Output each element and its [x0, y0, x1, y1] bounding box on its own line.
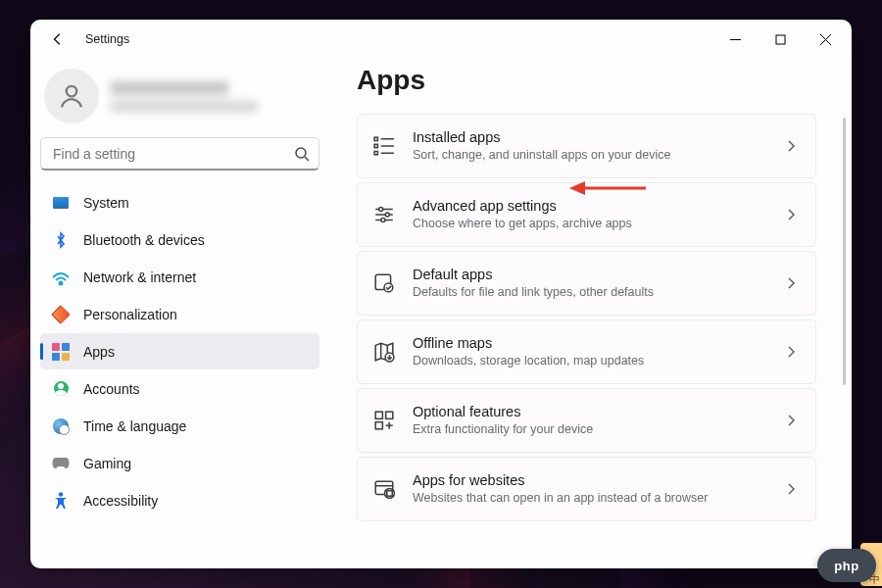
sidebar-item-label: Accounts	[83, 381, 140, 397]
svg-rect-1	[776, 35, 785, 44]
sidebar-item-bluetooth[interactable]: Bluetooth & devices	[40, 221, 319, 258]
sidebar: System Bluetooth & devices Network & int…	[30, 59, 329, 568]
back-button[interactable]	[44, 25, 72, 53]
svg-point-5	[296, 148, 306, 158]
card-optional-features[interactable]: Optional features Extra functionality fo…	[357, 388, 816, 453]
search-icon	[294, 146, 310, 162]
bluetooth-icon	[52, 231, 70, 249]
sidebar-item-gaming[interactable]: Gaming	[40, 445, 319, 481]
svg-rect-10	[374, 144, 377, 147]
window-title: Settings	[85, 32, 129, 46]
scrollbar[interactable]	[843, 118, 846, 549]
card-subtitle: Defaults for file and link types, other …	[413, 284, 766, 301]
sidebar-item-label: Apps	[83, 344, 115, 360]
globe-clock-icon	[52, 417, 70, 435]
sidebar-item-label: Personalization	[83, 307, 177, 322]
card-title: Offline maps	[413, 334, 766, 354]
window-controls	[712, 24, 848, 55]
default-apps-icon	[373, 272, 395, 294]
card-subtitle: Extra functionality for your device	[413, 421, 766, 438]
person-icon	[57, 81, 86, 111]
settings-window: Settings	[30, 20, 852, 568]
card-title: Advanced app settings	[413, 197, 766, 217]
grid-plus-icon	[373, 410, 395, 431]
card-title: Apps for websites	[413, 471, 766, 491]
apps-icon	[52, 343, 70, 361]
profile-text-redacted	[111, 81, 258, 112]
sidebar-item-system[interactable]: System	[40, 184, 319, 220]
svg-line-6	[305, 157, 309, 161]
svg-point-19	[385, 213, 389, 217]
chevron-right-icon	[784, 139, 798, 153]
sidebar-item-time[interactable]: Time & language	[40, 408, 319, 444]
svg-rect-9	[374, 137, 377, 140]
avatar	[44, 69, 99, 123]
titlebar: Settings	[30, 20, 852, 59]
svg-rect-25	[386, 412, 393, 418]
page-title: Apps	[357, 65, 824, 96]
sliders-icon	[373, 204, 395, 225]
card-advanced-app-settings[interactable]: Advanced app settings Choose where to ge…	[357, 182, 816, 247]
card-title: Installed apps	[413, 128, 766, 148]
sidebar-item-label: Network & internet	[83, 270, 196, 285]
sidebar-item-personalization[interactable]: Personalization	[40, 296, 319, 332]
sidebar-item-accounts[interactable]: Accounts	[40, 370, 319, 407]
card-apps-for-websites[interactable]: Apps for websites Websites that can open…	[357, 457, 816, 521]
system-icon	[52, 194, 70, 212]
card-subtitle: Websites that can open in an app instead…	[413, 490, 766, 507]
watermark-php-badge: php	[817, 549, 876, 582]
card-installed-apps[interactable]: Installed apps Sort, change, and uninsta…	[357, 114, 816, 178]
chevron-right-icon	[784, 276, 798, 290]
close-icon	[820, 34, 831, 45]
search-input[interactable]	[40, 137, 319, 171]
search-box	[40, 137, 319, 171]
chevron-right-icon	[784, 414, 798, 427]
card-title: Optional features	[413, 403, 766, 422]
svg-point-8	[59, 492, 63, 496]
card-title: Default apps	[413, 266, 766, 285]
minimize-button[interactable]	[712, 24, 758, 55]
svg-point-4	[67, 86, 77, 97]
svg-point-7	[59, 281, 62, 284]
sidebar-item-label: Accessibility	[83, 493, 158, 509]
maximize-icon	[775, 34, 786, 45]
card-subtitle: Choose where to get apps, archive apps	[413, 216, 766, 232]
card-subtitle: Downloads, storage location, map updates	[413, 353, 766, 369]
chevron-right-icon	[784, 482, 798, 496]
card-subtitle: Sort, change, and uninstall apps on your…	[413, 147, 766, 164]
close-button[interactable]	[803, 24, 848, 55]
websites-icon	[373, 478, 395, 500]
arrow-left-icon	[51, 32, 65, 46]
sidebar-item-label: System	[83, 195, 129, 211]
svg-rect-11	[374, 152, 377, 155]
chevron-right-icon	[784, 208, 798, 221]
svg-point-18	[379, 208, 383, 212]
map-icon	[373, 341, 395, 363]
gamepad-icon	[52, 455, 70, 472]
minimize-icon	[730, 34, 741, 45]
sidebar-item-label: Gaming	[83, 456, 131, 471]
nav-list: System Bluetooth & devices Network & int…	[40, 184, 319, 518]
svg-rect-26	[375, 422, 382, 429]
sidebar-item-network[interactable]: Network & internet	[40, 259, 319, 295]
sidebar-item-apps[interactable]: Apps	[40, 333, 319, 369]
svg-point-22	[384, 283, 393, 292]
paintbrush-icon	[52, 306, 70, 323]
svg-point-20	[381, 219, 385, 222]
settings-cards-list: Installed apps Sort, change, and uninsta…	[357, 114, 824, 521]
sidebar-item-label: Bluetooth & devices	[83, 232, 205, 248]
card-offline-maps[interactable]: Offline maps Downloads, storage location…	[357, 319, 816, 384]
sidebar-item-label: Time & language	[83, 418, 186, 434]
card-default-apps[interactable]: Default apps Defaults for file and link …	[357, 251, 816, 316]
profile-block[interactable]	[40, 65, 319, 133]
chevron-right-icon	[784, 345, 798, 359]
accounts-icon	[52, 380, 70, 398]
main-content: Apps Installed apps Sort, change, and un…	[329, 59, 852, 568]
sidebar-item-accessibility[interactable]: Accessibility	[40, 482, 319, 518]
wifi-icon	[52, 270, 70, 288]
svg-rect-24	[375, 412, 382, 418]
scrollbar-thumb[interactable]	[843, 118, 846, 385]
accessibility-icon	[52, 492, 70, 510]
list-icon	[373, 135, 395, 157]
maximize-button[interactable]	[758, 24, 803, 55]
